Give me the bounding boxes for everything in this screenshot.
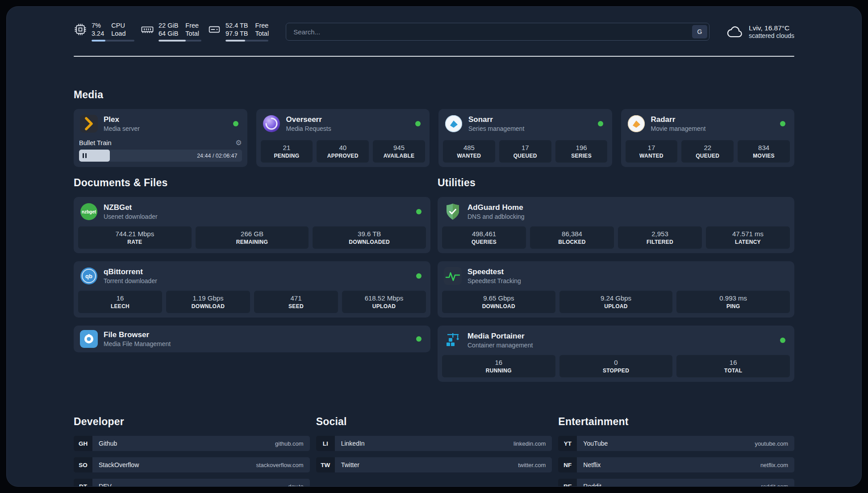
app-name: Speedtest <box>467 267 521 276</box>
stat-value: 9.65 Gbps <box>483 294 514 302</box>
link-url: stackoverflow.com <box>256 462 303 468</box>
disk-total-value: 97.9 TB <box>225 30 248 38</box>
stat-label: APPROVED <box>327 153 359 159</box>
status-dot <box>416 273 421 279</box>
stat-value: 744.21 Mbps <box>115 230 154 238</box>
app-name: AdGuard Home <box>467 203 525 212</box>
disk-widget: 52.4 TB 97.9 TB Free Total <box>208 22 269 42</box>
link-dev[interactable]: DT DEV dev.to <box>74 479 310 487</box>
sonarr-card[interactable]: Sonarr Series management 485 WANTED 17 Q… <box>438 109 612 167</box>
stat-tile: 39.6 TB DOWNLOADED <box>313 226 426 249</box>
stat-tile: 1.19 Gbps DOWNLOAD <box>166 291 250 313</box>
qbittorrent-card[interactable]: qb qBittorrent Torrent downloader 16 LEE… <box>74 261 430 318</box>
stat-label: SERIES <box>571 153 592 159</box>
media-section-title: Media <box>74 89 794 101</box>
stat-tile: 47.571 ms LATENCY <box>706 226 790 249</box>
reddit-icon: RE <box>558 479 577 487</box>
cpu-label: CPU <box>111 22 125 29</box>
radarr-card[interactable]: Radarr Movie management 17 WANTED 22 QUE… <box>621 109 795 167</box>
stackoverflow-icon: SO <box>74 457 92 472</box>
app-name: Media Portainer <box>467 332 533 341</box>
link-twitter[interactable]: TW Twitter twitter.com <box>316 457 552 472</box>
ram-free-value: 22 GiB <box>159 22 178 29</box>
now-playing-title: Bullet Train <box>79 139 112 146</box>
stat-value: 0.993 ms <box>719 294 747 302</box>
weather-location: Lviv, 16.87°C <box>749 24 794 32</box>
stat-tile: 40 APPROVED <box>317 140 369 163</box>
stat-value: 16 <box>117 294 124 302</box>
stat-value: 1.19 Gbps <box>192 294 223 302</box>
pause-button[interactable] <box>83 153 87 158</box>
dashboard: 7% 3.24 CPU Load <box>6 6 862 487</box>
disk-free-label: Free <box>255 22 269 29</box>
weather-condition: scattered clouds <box>749 32 794 39</box>
portainer-card[interactable]: Media Portainer Container management 16 … <box>438 326 794 382</box>
stat-value: 2,953 <box>651 230 668 238</box>
adguard-card[interactable]: AdGuard Home DNS and adblocking 498,461 … <box>438 197 794 253</box>
link-name: StackOverflow <box>99 461 139 468</box>
stat-tile: 266 GB REMAINING <box>196 226 309 249</box>
stat-value: 22 <box>704 144 711 151</box>
stat-tile: 22 QUEUED <box>681 140 734 163</box>
link-netflix[interactable]: NF Netflix netflix.com <box>558 457 794 472</box>
link-stackoverflow[interactable]: SO StackOverflow stackoverflow.com <box>74 457 310 472</box>
link-url: netflix.com <box>760 462 788 468</box>
filebrowser-icon <box>80 330 98 348</box>
stat-value: 9.24 Gbps <box>601 294 631 302</box>
stat-value: 17 <box>648 144 655 151</box>
adguard-icon <box>444 203 462 221</box>
link-linkedin[interactable]: LI LinkedIn linkedin.com <box>316 436 552 451</box>
status-dot <box>415 121 421 126</box>
plex-icon <box>80 115 98 133</box>
filebrowser-card[interactable]: File Browser Media File Management <box>74 326 430 352</box>
stat-value: 0 <box>614 359 618 366</box>
stat-value: 86,384 <box>562 230 582 238</box>
gear-icon[interactable]: ⚙ <box>235 139 242 146</box>
svg-text:qb: qb <box>85 273 92 280</box>
documents-section: Documents & Files nzbget NZBGet Usenet d… <box>74 177 430 390</box>
overseerr-card[interactable]: Overseerr Media Requests 21 PENDING 40 A… <box>256 109 430 167</box>
utilities-section: Utilities AdGuard Home DNS and adblockin… <box>438 177 794 390</box>
link-name: Netflix <box>583 461 601 468</box>
disk-progress-bar <box>225 40 268 42</box>
stat-label: LATENCY <box>735 239 761 245</box>
speedtest-card[interactable]: Speedtest Speedtest Tracking 9.65 Gbps D… <box>438 261 794 318</box>
stat-label: PING <box>726 303 740 309</box>
portainer-icon <box>444 331 462 349</box>
weather-widget[interactable]: Lviv, 16.87°C scattered clouds <box>726 24 794 39</box>
cpu-load-label: Load <box>111 30 125 38</box>
link-github[interactable]: GH Github github.com <box>74 436 310 451</box>
status-dot <box>233 121 238 126</box>
stat-value: 834 <box>758 144 769 151</box>
stat-label: QUERIES <box>472 239 497 245</box>
link-youtube[interactable]: YT YouTube youtube.com <box>558 436 794 451</box>
search-engine-button[interactable]: G <box>692 25 707 38</box>
stat-tile: 834 MOVIES <box>738 140 790 163</box>
stat-tile: 16 RUNNING <box>442 355 555 377</box>
app-name: NZBGet <box>104 203 158 212</box>
link-url: linkedin.com <box>513 440 546 447</box>
status-dot <box>780 121 785 126</box>
media-section: Media Plex Media server <box>74 89 794 167</box>
app-name: Overseerr <box>286 115 331 124</box>
link-name: DEV <box>99 483 112 487</box>
stat-label: QUEUED <box>513 153 537 159</box>
plex-card[interactable]: Plex Media server Bullet Train ⚙ <box>74 109 247 167</box>
stat-label: PENDING <box>274 153 300 159</box>
ram-widget: 22 GiB 64 GiB Free Total <box>141 22 201 42</box>
stat-tile: 485 WANTED <box>443 140 495 163</box>
link-url: reddit.com <box>761 483 788 487</box>
app-name: File Browser <box>104 330 171 339</box>
search-input[interactable] <box>286 23 709 41</box>
playback-seek-bar[interactable]: 24:44 / 02:06:47 <box>79 150 242 162</box>
link-reddit[interactable]: RE Reddit reddit.com <box>558 479 794 487</box>
stat-value: 39.6 TB <box>358 230 381 238</box>
nzbget-card[interactable]: nzbget NZBGet Usenet downloader 744.21 M… <box>74 197 430 253</box>
github-icon: GH <box>74 436 92 451</box>
stat-value: 16 <box>730 359 737 366</box>
disk-free-value: 52.4 TB <box>225 22 248 29</box>
stat-label: WANTED <box>457 153 481 159</box>
stat-tile: 471 SEED <box>254 291 338 313</box>
stat-label: DOWNLOADED <box>349 239 390 245</box>
playback-time: 24:44 / 02:06:47 <box>197 153 237 159</box>
